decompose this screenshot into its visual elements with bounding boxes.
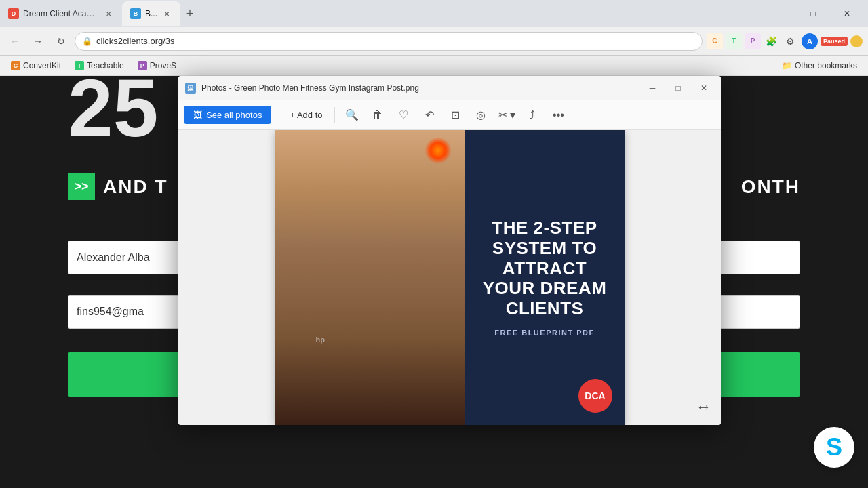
zoom-icon: 🔍 xyxy=(345,108,359,121)
extension-area: C T P 🧩 ⚙ A Paused xyxy=(707,33,863,49)
share-button[interactable]: ⤴ xyxy=(521,104,544,127)
post-photo-side: hp xyxy=(275,130,465,425)
puzzle-icon[interactable]: 🧩 xyxy=(764,33,780,49)
photo-toolbar: 🖼 See all photos + Add to 🔍 🗑 ♡ ↶ ⊡ ◎ ✂ … xyxy=(178,100,721,130)
post-dark-side: THE 2-STEP SYSTEM TO ATTRACT YOUR DREAM … xyxy=(465,130,625,425)
browser-taskbar: D Dream Client Academy - C... ✕ B B... ✕… xyxy=(0,0,868,27)
back-button[interactable]: ← xyxy=(5,32,24,51)
settings-icon[interactable]: ⚙ xyxy=(783,33,799,49)
prove-ext[interactable]: P xyxy=(745,33,761,49)
crop-button[interactable]: ⊡ xyxy=(443,104,467,127)
share-icon: ⤴ xyxy=(530,109,535,121)
convertkit-ext[interactable]: C xyxy=(707,33,723,49)
bm-convertkit-icon: C xyxy=(11,61,20,70)
pv-minimize-button[interactable]: ─ xyxy=(642,80,663,96)
lamp-glow xyxy=(425,137,452,164)
photo-content-area: hp THE 2-STEP SYSTEM TO ATTRACT YOUR DRE… xyxy=(178,130,721,425)
bg-name-input[interactable]: Alexander Alba xyxy=(68,241,197,274)
refresh-button[interactable]: ↻ xyxy=(52,32,71,51)
toolbar-separator xyxy=(277,107,277,123)
bg-submit-btn-left[interactable] xyxy=(68,352,197,396)
expand-icon-symbol: ⤢ xyxy=(694,399,712,416)
bg-email-input[interactable]: fins954@gma xyxy=(68,295,197,329)
lock-icon: 🔒 xyxy=(82,37,92,46)
zoom-button[interactable]: 🔍 xyxy=(340,104,363,127)
post-logo-badge: DCA xyxy=(578,379,612,413)
post-sub-text: FREE BLUEPRINT PDF xyxy=(494,329,594,337)
crop-icon: ⊡ xyxy=(451,108,460,121)
tab1-label: Dream Client Academy - C... xyxy=(23,9,99,18)
folder-icon: 📁 xyxy=(782,61,792,70)
close-button[interactable]: ✕ xyxy=(831,3,863,24)
heart-icon: ♡ xyxy=(399,108,408,121)
favorite-button[interactable]: ♡ xyxy=(392,104,415,127)
expand-button[interactable]: ⤢ xyxy=(694,398,713,417)
account-avatar[interactable]: A xyxy=(802,33,818,49)
address-text: clicks2clients.org/3s xyxy=(96,36,695,46)
address-bar-row: ← → ↻ 🔒 clicks2clients.org/3s C T P 🧩 ⚙ … xyxy=(0,27,868,56)
photo-viewer-icon: 🖼 xyxy=(185,83,196,94)
pv-maximize-button[interactable]: □ xyxy=(668,80,688,96)
rotate-icon: ↶ xyxy=(425,108,434,121)
bm-prove-icon: P xyxy=(138,61,147,70)
bg-and-text: AND T xyxy=(103,176,168,198)
bookmark-convertkit[interactable]: C ConvertKit xyxy=(5,60,66,72)
delete-button[interactable]: 🗑 xyxy=(366,104,389,127)
bm-teachable-icon: T xyxy=(75,61,84,70)
adjust-button[interactable]: ◎ xyxy=(469,104,492,127)
adjust-icon: ◎ xyxy=(476,108,486,121)
laptop-indicator: hp xyxy=(316,336,325,344)
bookmark-bar: C ConvertKit T Teachable P ProveS 📁 Othe… xyxy=(0,56,868,76)
more-edit-button[interactable]: ✂ ▾ xyxy=(495,104,518,127)
skype-icon[interactable]: S xyxy=(814,427,854,468)
bg-green-arrow: >> xyxy=(68,173,95,200)
toolbar-separator-2 xyxy=(334,107,335,123)
person-background xyxy=(275,130,465,425)
bookmark-teachable[interactable]: T Teachable xyxy=(69,60,130,72)
see-all-photos-button[interactable]: 🖼 See all photos xyxy=(184,106,271,124)
address-bar[interactable]: 🔒 clicks2clients.org/3s xyxy=(75,32,703,51)
delete-icon: 🗑 xyxy=(372,109,383,121)
other-bookmarks[interactable]: 📁 Other bookmarks xyxy=(776,60,863,72)
tab1-favicon: D xyxy=(8,8,19,19)
browser-tab-2[interactable]: B B... ✕ xyxy=(122,1,180,26)
paused-badge: Paused xyxy=(821,37,848,46)
teachable-ext[interactable]: T xyxy=(726,33,742,49)
tab2-close[interactable]: ✕ xyxy=(161,8,172,19)
photo-viewer-title-text: Photos - Green Photo Men Fitness Gym Ins… xyxy=(201,83,637,93)
photo-viewer-window: 🖼 Photos - Green Photo Men Fitness Gym I… xyxy=(178,76,721,425)
post-headline: THE 2-STEP SYSTEM TO ATTRACT YOUR DREAM … xyxy=(475,218,614,319)
tab2-label: B... xyxy=(145,9,157,18)
minimize-button[interactable]: ─ xyxy=(764,3,795,24)
maximize-button[interactable]: □ xyxy=(797,3,829,24)
more-options-button[interactable]: ••• xyxy=(547,104,570,127)
instagram-post-image: hp THE 2-STEP SYSTEM TO ATTRACT YOUR DRE… xyxy=(275,130,625,425)
bookmark-prove[interactable]: P ProveS xyxy=(132,60,182,72)
profile-dot[interactable] xyxy=(850,35,863,47)
bg-month-text: ONTH xyxy=(741,176,800,198)
forward-button[interactable]: → xyxy=(28,32,47,51)
photos-icon: 🖼 xyxy=(193,110,202,120)
add-to-button[interactable]: + Add to xyxy=(283,106,329,124)
photo-viewer-titlebar: 🖼 Photos - Green Photo Men Fitness Gym I… xyxy=(178,76,721,100)
new-tab-button[interactable]: + xyxy=(180,4,199,23)
scissors-icon: ✂ ▾ xyxy=(498,108,515,121)
tab2-favicon: B xyxy=(130,8,141,19)
tab1-close[interactable]: ✕ xyxy=(103,8,114,19)
browser-tab-1[interactable]: D Dream Client Academy - C... ✕ xyxy=(0,1,122,26)
ellipsis-icon: ••• xyxy=(553,109,564,121)
window-controls: ─ □ ✕ xyxy=(764,3,868,24)
rotate-button[interactable]: ↶ xyxy=(418,104,441,127)
pv-close-button[interactable]: ✕ xyxy=(694,80,714,96)
